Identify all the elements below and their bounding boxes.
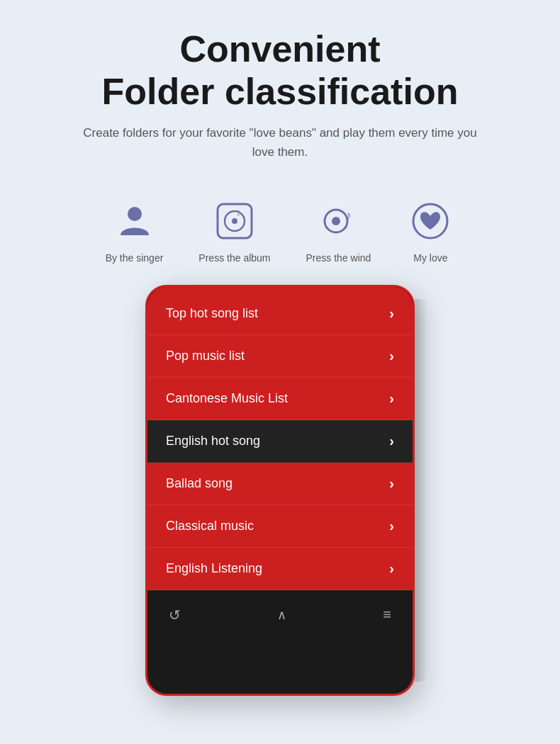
phone-shadow <box>415 299 427 682</box>
category-love[interactable]: My love <box>406 197 454 264</box>
menu-item-label: Pop music list <box>166 349 245 363</box>
singer-label: By the singer <box>106 252 164 264</box>
menu-arrow-icon: › <box>389 390 394 407</box>
category-wind[interactable]: ♪ Press the wind <box>306 197 371 264</box>
love-icon <box>406 197 454 245</box>
menu-item-classical[interactable]: Classical music › <box>147 505 413 548</box>
menu-item-ballad[interactable]: Ballad song › <box>147 463 413 505</box>
title-line2: Folder classification <box>102 71 459 112</box>
page-title: Convenient Folder classification <box>82 28 478 113</box>
menu-arrow-icon: › <box>389 518 394 534</box>
music-menu-list: Top hot song list › Pop music list › Can… <box>147 293 413 590</box>
menu-item-top-hot[interactable]: Top hot song list › <box>147 293 413 335</box>
menu-item-label: Cantonese Music List <box>166 391 288 406</box>
menu-item-pop[interactable]: Pop music list › <box>147 335 413 378</box>
svg-point-6 <box>332 217 340 225</box>
menu-item-english-listening[interactable]: English Listening › <box>147 548 413 590</box>
album-icon: ♩ <box>211 197 259 245</box>
home-icon[interactable]: ∧ <box>277 607 286 623</box>
phone-screen: Top hot song list › Pop music list › Can… <box>147 293 413 590</box>
love-label: My love <box>413 252 447 264</box>
svg-text:♩: ♩ <box>237 209 240 217</box>
title-line1: Convenient <box>179 28 380 69</box>
phone-nav-bar: ↺ ∧ ≡ <box>147 590 413 640</box>
svg-point-3 <box>232 218 237 224</box>
menu-arrow-icon: › <box>389 560 394 577</box>
menu-arrow-icon: › <box>389 348 394 364</box>
phone-device: Top hot song list › Pop music list › Can… <box>145 285 415 696</box>
menu-arrow-icon: › <box>389 433 394 449</box>
header-description: Create folders for your favorite "love b… <box>82 123 478 162</box>
album-label: Press the album <box>198 252 270 264</box>
svg-point-0 <box>128 207 142 221</box>
menu-item-label: English Listening <box>166 561 262 576</box>
menu-item-cantonese[interactable]: Cantonese Music List › <box>147 378 413 420</box>
category-singer[interactable]: By the singer <box>106 197 164 264</box>
singer-icon <box>111 197 159 245</box>
phone-device-wrapper: Top hot song list › Pop music list › Can… <box>145 285 415 696</box>
menu-arrow-icon: › <box>389 305 394 322</box>
menu-icon[interactable]: ≡ <box>383 607 391 623</box>
menu-item-label: English hot song <box>166 434 260 449</box>
wind-label: Press the wind <box>306 252 371 264</box>
svg-text:♪: ♪ <box>345 208 352 222</box>
wind-icon: ♪ <box>314 197 362 245</box>
menu-item-label: Top hot song list <box>166 306 258 321</box>
phone-top-bar <box>147 287 413 293</box>
back-icon[interactable]: ↺ <box>169 607 181 624</box>
menu-item-english-hot[interactable]: English hot song › <box>147 420 413 463</box>
menu-arrow-icon: › <box>389 475 394 492</box>
menu-item-label: Classical music <box>166 519 254 534</box>
header-section: Convenient Folder classification Create … <box>39 0 521 176</box>
category-album[interactable]: ♩ Press the album <box>198 197 270 264</box>
menu-item-label: Ballad song <box>166 476 233 491</box>
category-icons-row: By the singer ♩ Press the album ♪ Press … <box>106 197 455 264</box>
